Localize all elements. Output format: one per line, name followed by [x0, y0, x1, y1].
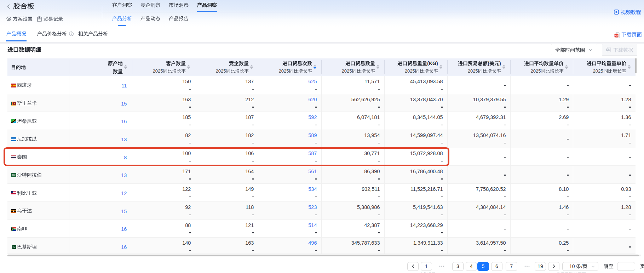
- svg-text:X: X: [607, 49, 608, 51]
- svg-text:PDF: PDF: [614, 35, 619, 37]
